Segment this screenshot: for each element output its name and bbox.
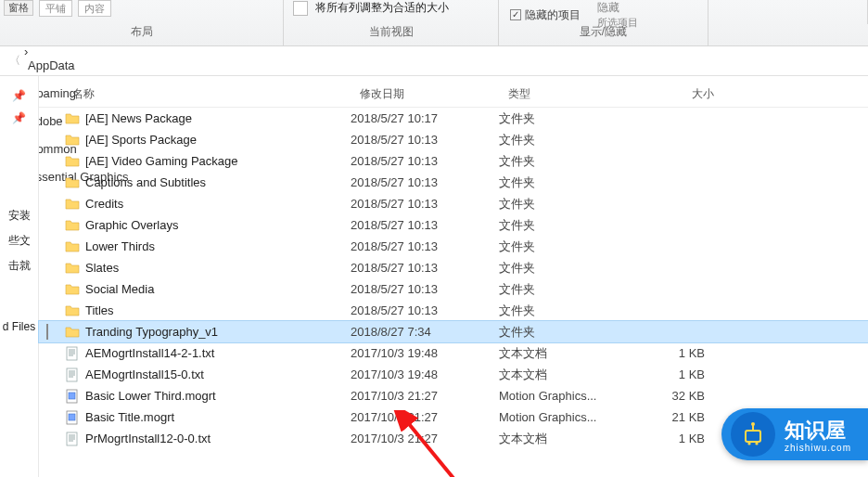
view-tiles-option[interactable]: 平铺 — [39, 0, 72, 17]
file-date: 2017/10/3 21:27 — [351, 432, 499, 445]
file-type: 文件夹 — [499, 238, 638, 255]
svg-point-12 — [755, 442, 758, 445]
file-size: 32 KB — [638, 389, 712, 403]
ribbon-options-group — [708, 0, 868, 24]
pin-icon[interactable]: 📌 — [12, 89, 26, 102]
file-date: 2018/5/27 10:13 — [351, 282, 499, 296]
ribbon: 窗格 平铺 内容 将所有列调整为合适的大小 ✓ 隐藏的项目 隐藏 所选项目 — [0, 0, 868, 46]
file-type: Motion Graphics... — [499, 389, 638, 403]
file-row[interactable]: AEMogrtInstall15-0.txt2017/10/3 19:48文本文… — [39, 364, 868, 385]
file-name: Graphic Overlays — [85, 218, 351, 232]
view-content-option[interactable]: 内容 — [78, 0, 111, 17]
folder-row[interactable]: Social Media2018/5/27 10:13文件夹 — [39, 278, 868, 300]
hidden-items-checkbox[interactable]: ✓ 隐藏的项目 — [510, 7, 581, 23]
folder-row[interactable]: [AE] Video Gaming Package2018/5/27 10:13… — [39, 150, 868, 172]
text-icon — [63, 346, 82, 361]
breadcrumb-item[interactable]: AppData — [24, 58, 132, 72]
file-name: Captions and Subtitles — [85, 175, 351, 189]
file-type: 文件夹 — [499, 217, 638, 234]
sidebar-item[interactable]: 些文 — [8, 233, 31, 249]
size-columns-icon — [293, 1, 308, 16]
file-name: Basic Title.mogrt — [85, 410, 351, 424]
file-type: 文件夹 — [499, 110, 638, 127]
breadcrumb-back-chevron[interactable]: 〈 — [9, 53, 20, 69]
ribbon-current-view-group: 将所有列调整为合适的大小 — [284, 0, 499, 24]
size-all-columns-button[interactable]: 将所有列调整为合适的大小 — [315, 0, 449, 16]
group-label-show: 显示/隐藏 — [499, 24, 708, 46]
file-date: 2017/10/3 21:27 — [351, 389, 499, 403]
file-type: 文本文档 — [499, 431, 638, 447]
folder-icon — [63, 325, 82, 340]
sidebar-item[interactable]: d Files — [3, 320, 35, 333]
group-label-spacer — [708, 24, 868, 46]
nav-sidebar: 📌 📌 安装 些文 击就 d Files — [0, 76, 39, 477]
file-name: Titles — [85, 303, 351, 317]
panes-label[interactable]: 窗格 — [4, 0, 33, 16]
file-row[interactable]: AEMogrtInstall14-2-1.txt2017/10/3 19:48文… — [39, 342, 868, 364]
folder-row[interactable]: Titles2018/5/27 10:13文件夹 — [39, 300, 868, 321]
file-name: Slates — [85, 261, 351, 275]
column-header-name[interactable]: 名称 — [72, 86, 360, 102]
file-date: 2018/5/27 10:13 — [351, 261, 499, 275]
column-header-type[interactable]: 类型 — [508, 86, 647, 102]
sidebar-item[interactable]: 击就 — [8, 258, 31, 274]
file-name: Tranding Typography_v1 — [85, 325, 351, 339]
svg-point-11 — [747, 442, 750, 445]
row-checkbox[interactable] — [46, 325, 61, 339]
file-size: 21 KB — [638, 410, 712, 424]
folder-row[interactable]: [AE] News Package2018/5/27 10:17文件夹 — [39, 108, 868, 129]
folder-row[interactable]: Tranding Typography_v12018/8/27 7:34文件夹 — [39, 321, 868, 342]
folder-row[interactable]: Graphic Overlays2018/5/27 10:13文件夹 — [39, 214, 868, 236]
text-icon — [63, 367, 82, 382]
file-type: 文件夹 — [499, 303, 638, 319]
breadcrumb[interactable]: 〈 此电脑›系统 (C:)›用户›Administrator›AppData›R… — [0, 46, 868, 76]
folder-row[interactable]: Captions and Subtitles2018/5/27 10:13文件夹 — [39, 172, 868, 193]
file-date: 2018/8/27 7:34 — [351, 325, 499, 339]
mogrt-icon — [63, 410, 82, 425]
group-label-current: 当前视图 — [284, 24, 499, 46]
file-date: 2018/5/27 10:13 — [351, 218, 499, 232]
file-date: 2018/5/27 10:13 — [351, 303, 499, 317]
ribbon-show-hide-group: ✓ 隐藏的项目 隐藏 所选项目 — [499, 0, 708, 24]
folder-icon — [63, 218, 82, 233]
file-name: AEMogrtInstall14-2-1.txt — [85, 346, 351, 360]
file-type: 文件夹 — [499, 132, 638, 148]
file-name: AEMogrtInstall15-0.txt — [85, 367, 351, 381]
file-name: Basic Lower Third.mogrt — [85, 389, 351, 403]
folder-icon — [63, 282, 82, 297]
watermark-icon — [731, 412, 775, 457]
watermark-title: 知识屋 — [785, 419, 846, 442]
column-header-size[interactable]: 大小 — [647, 86, 721, 102]
folder-row[interactable]: [AE] Sports Package2018/5/27 10:13文件夹 — [39, 129, 868, 150]
folder-icon — [63, 197, 82, 212]
pin-icon[interactable]: 📌 — [12, 111, 26, 124]
column-header-date[interactable]: 修改日期 — [360, 86, 508, 102]
folder-row[interactable]: Credits2018/5/27 10:13文件夹 — [39, 193, 868, 214]
file-date: 2018/5/27 10:13 — [351, 154, 499, 168]
file-date: 2018/5/27 10:13 — [351, 133, 499, 147]
file-date: 2018/5/27 10:13 — [351, 197, 499, 211]
file-type: 文件夹 — [499, 260, 638, 277]
file-type: 文件夹 — [499, 174, 638, 191]
file-name: PrMogrtInstall12-0-0.txt — [85, 432, 351, 445]
watermark-sub: zhishiwu.com — [785, 443, 851, 453]
file-size: 1 KB — [638, 432, 712, 445]
mogrt-icon — [63, 389, 82, 404]
file-date: 2018/5/27 10:17 — [351, 111, 499, 125]
file-name: Lower Thirds — [85, 239, 351, 253]
file-size: 1 KB — [638, 367, 712, 381]
file-type: Motion Graphics... — [499, 410, 638, 424]
file-size: 1 KB — [638, 346, 712, 360]
file-name: [AE] News Package — [85, 111, 351, 125]
sidebar-item[interactable]: 安装 — [8, 208, 31, 224]
folder-icon — [63, 154, 82, 169]
folder-icon — [63, 175, 82, 190]
group-label-layout: 布局 — [0, 24, 284, 46]
folder-row[interactable]: Lower Thirds2018/5/27 10:13文件夹 — [39, 236, 868, 257]
file-date: 2017/10/3 19:48 — [351, 367, 499, 381]
text-icon — [63, 432, 82, 446]
svg-rect-8 — [746, 431, 760, 442]
folder-row[interactable]: Slates2018/5/27 10:13文件夹 — [39, 257, 868, 278]
folder-icon — [63, 133, 82, 148]
file-row[interactable]: Basic Lower Third.mogrt2017/10/3 21:27Mo… — [39, 385, 868, 406]
